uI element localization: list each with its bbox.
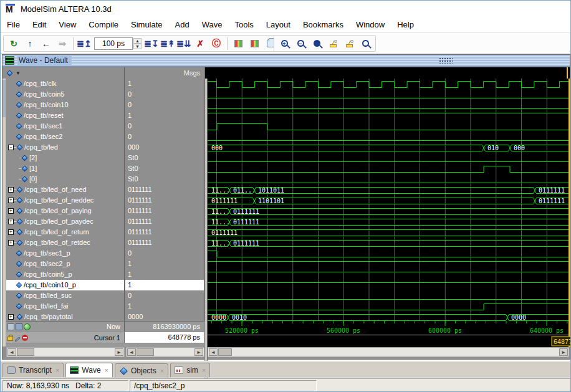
wave-hscrollbar[interactable]: ◄► (208, 347, 569, 357)
run-length-input[interactable] (94, 37, 133, 50)
close-tab-icon[interactable]: × (202, 366, 206, 374)
menu-layout[interactable]: Layout (260, 17, 297, 32)
wrench-icon[interactable] (14, 337, 21, 342)
menu-window[interactable]: Window (350, 17, 391, 32)
signal-row-cpq-tb-sec1-p[interactable]: /cpq_tb/sec1_p (6, 248, 124, 259)
signal-row-cpq-tb-led-fai[interactable]: /cpq_tb/led_fai (6, 301, 124, 312)
signal-row-cpq-tb-coin5[interactable]: /cpq_tb/coin5 (6, 89, 124, 100)
step-up-button[interactable]: ↑ (22, 36, 37, 50)
menu-file[interactable]: File (1, 17, 26, 32)
msgs-column-header[interactable]: Msgs (125, 67, 204, 79)
menu-compile[interactable]: Compile (82, 17, 125, 32)
scroll-left-icon[interactable]: ◄ (209, 348, 218, 356)
delete-cursor-icon[interactable] (22, 335, 28, 341)
signal-row-cpq-tb-led-of-paying[interactable]: +/cpq_tb/led_of_paying (6, 206, 124, 216)
signal-row-cpq-tb-paytotal[interactable]: +/cpq_tb/paytotal (6, 312, 124, 321)
scroll-right-icon[interactable]: ► (115, 348, 123, 356)
run-selected-button[interactable]: ≣↥ (77, 36, 92, 50)
tab-wave[interactable]: Wave× (65, 363, 113, 377)
expand-icon[interactable]: + (8, 208, 14, 214)
drag-grip[interactable] (439, 57, 453, 64)
run-button[interactable]: ≣↧ (144, 36, 159, 50)
names-hscrollbar[interactable]: ◄► (6, 347, 125, 357)
signal-row-cpq-tb-led-of-return[interactable]: +/cpq_tb/led_of_return (6, 227, 124, 237)
scrollbar-thumb[interactable] (2, 80, 6, 117)
lock-icon[interactable] (7, 337, 13, 341)
close-tab-icon[interactable]: × (55, 366, 59, 374)
signal-row-cpq-tb-reset[interactable]: /cpq_tb/reset (6, 110, 124, 121)
close-tab-icon[interactable]: × (160, 367, 164, 375)
add-marker-icon[interactable] (24, 323, 31, 330)
menu-bookmarks[interactable]: Bookmarks (297, 17, 350, 32)
break-button[interactable]: ✗ (193, 36, 208, 50)
expand-icon[interactable]: + (8, 229, 14, 235)
signal-row-2[interactable]: [2] (6, 153, 124, 163)
menu-tools[interactable]: Tools (228, 17, 259, 32)
expand-msgs-button[interactable] (231, 36, 246, 50)
signal-row-cpq-tb-led-of-paydec[interactable]: +/cpq_tb/led_of_paydec (6, 216, 124, 227)
wave-window-titlebar[interactable]: Wave - Default (2, 55, 570, 67)
forward-button[interactable]: ⇒ (55, 36, 70, 50)
zoom-out-button[interactable]: − (293, 36, 308, 50)
signal-row-cpq-tb-sec2[interactable]: /cpq_tb/sec2 (6, 131, 124, 142)
scroll-left-icon[interactable]: ◄ (7, 348, 16, 356)
signal-row-cpq-tb-clk[interactable]: /cpq_tb/clk (6, 79, 124, 89)
spinner-down-icon[interactable]: ▼ (133, 44, 142, 49)
menu-view[interactable]: View (52, 17, 82, 32)
edit-cursors-button[interactable] (342, 36, 357, 50)
menu-add[interactable]: Add (169, 17, 196, 32)
signal-row-cpq-tb-led-of-retdec[interactable]: +/cpq_tb/led_of_retdec (6, 237, 124, 248)
menu-simulate[interactable]: Simulate (125, 17, 169, 32)
values-hscrollbar[interactable]: ◄► (126, 347, 204, 357)
expand-icon[interactable]: + (8, 240, 14, 246)
signal-row-cpq-tb-coin10[interactable]: /cpq_tb/coin10 (6, 100, 124, 110)
select-mode-icon[interactable] (7, 323, 14, 330)
continue-button[interactable]: ≣↟ (160, 36, 175, 50)
close-tab-icon[interactable]: × (105, 366, 108, 374)
zoom-mode-button[interactable] (358, 36, 373, 50)
signal-menu-button[interactable]: ▼ (7, 69, 26, 77)
signal-row-cpq-tb-led-of-neddec[interactable]: +/cpq_tb/led_of_neddec (6, 195, 124, 206)
scroll-right-icon[interactable]: ► (559, 348, 568, 356)
signal-row-cpq-tb-sec1[interactable]: /cpq_tb/sec1 (6, 121, 124, 131)
signal-row-cpq-tb-led[interactable]: -/cpq_tb/led (6, 142, 124, 153)
edit-mode-icon[interactable] (16, 323, 22, 330)
run-all-button[interactable]: ≣⇊ (176, 36, 191, 50)
collapse-msgs-button[interactable] (247, 36, 262, 50)
signal-row-1[interactable]: [1] (6, 163, 124, 174)
expand-icon[interactable]: + (8, 198, 14, 203)
scroll-left-icon[interactable]: ◄ (127, 348, 136, 356)
scrollbar-thumb[interactable] (17, 348, 34, 356)
signal-row-cpq-tb-sec2-p[interactable]: /cpq_tb/sec2_p (6, 259, 124, 269)
signal-row-0[interactable]: [0] (6, 174, 124, 184)
timeline-ruler[interactable]: 520000 ps560000 ps600000 ps640000 ps6487… (208, 321, 570, 347)
names-column-header[interactable]: ▼ (6, 67, 125, 79)
back-button[interactable]: ← (39, 36, 54, 50)
collapse-icon[interactable]: - (8, 145, 14, 150)
signal-row-cpq-tb-coin5-p[interactable]: /cpq_tb/coin5_p (6, 269, 124, 280)
scroll-right-icon[interactable]: ► (194, 348, 203, 356)
scrollbar-thumb[interactable] (218, 348, 232, 356)
tab-objects[interactable]: Objects× (115, 363, 168, 378)
tab-transcript[interactable]: Transcript× (2, 363, 64, 377)
tab-sim[interactable]: sim× (170, 363, 210, 377)
run-length-spinner[interactable]: ▲▼ (133, 38, 142, 49)
spinner-up-icon[interactable]: ▲ (133, 38, 142, 44)
zoom-in-button[interactable]: + (277, 36, 292, 50)
zoom-full-button[interactable] (309, 36, 324, 50)
scrollbar-thumb[interactable] (137, 348, 154, 356)
signal-row-cpq-tb-led-of-need[interactable]: +/cpq_tb/led_of_need (6, 184, 124, 195)
waveform-canvas[interactable]: 00001000011...011...10110110111111011111… (208, 79, 570, 321)
stop-button[interactable]: Ⓒ (209, 36, 224, 50)
menu-wave[interactable]: Wave (196, 17, 229, 32)
expand-icon[interactable]: + (8, 314, 14, 320)
menu-help[interactable]: Help (391, 17, 420, 32)
menu-edit[interactable]: Edit (26, 17, 52, 32)
expand-icon[interactable]: + (8, 219, 14, 224)
restart-button[interactable]: ↻ (6, 36, 21, 50)
expand-icon[interactable]: + (8, 187, 14, 193)
insert-cursor-button[interactable] (325, 36, 340, 50)
signal-row-cpq-tb-led-suc[interactable]: /cpq_tb/led_suc (6, 290, 124, 301)
signal-row-cpq-tb-coin10-p[interactable]: /cpq_tb/coin10_p (6, 280, 124, 290)
cursor-label[interactable]: Cursor 1 (94, 334, 124, 342)
